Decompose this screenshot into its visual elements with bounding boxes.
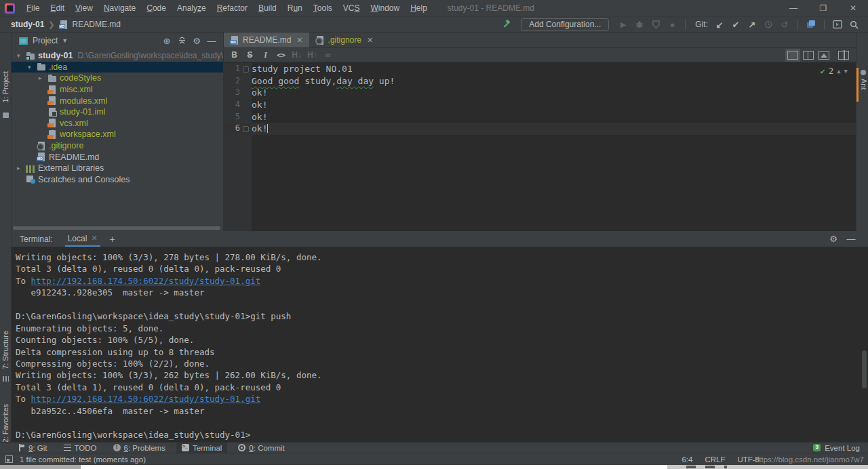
caret-position[interactable]: 6:4: [682, 455, 692, 464]
menu-item-file[interactable]: File: [21, 2, 45, 14]
toolwindow-toggle-icon[interactable]: [5, 455, 13, 463]
toolwindow-button-todo[interactable]: TODO: [58, 443, 102, 453]
restore-icon[interactable]: ❐: [808, 0, 838, 16]
menu-item-tools[interactable]: Tools: [308, 2, 338, 14]
menu-item-run[interactable]: Run: [282, 2, 308, 14]
locate-file-icon[interactable]: ⊕: [159, 36, 174, 46]
fold-marker-icon[interactable]: [240, 63, 252, 75]
menu-item-view[interactable]: View: [70, 2, 98, 14]
git-commit-icon[interactable]: ✔: [728, 18, 743, 31]
chevron-down-icon[interactable]: ▼: [62, 37, 68, 44]
terminal-tab-local[interactable]: Local ✕: [65, 231, 100, 247]
tree-chevron-icon[interactable]: ▸: [17, 165, 26, 171]
debug-bug-icon[interactable]: [632, 18, 647, 31]
tree-row[interactable]: vcs.xml: [12, 118, 223, 129]
header-down-button[interactable]: H↓: [289, 49, 304, 62]
italic-button[interactable]: I: [258, 49, 273, 62]
run-icon[interactable]: ▶: [616, 18, 631, 31]
terminal-output[interactable]: Writing objects: 100% (3/3), 278 bytes |…: [12, 247, 868, 442]
toolwindow-button-git[interactable]: 9: Git: [12, 443, 53, 453]
tree-chevron-icon[interactable]: ▾: [28, 64, 37, 70]
tree-row[interactable]: modules.xml: [12, 95, 223, 106]
tree-row[interactable]: ▾.idea: [12, 62, 223, 73]
tree-chevron-icon[interactable]: ▸: [39, 75, 47, 81]
fold-marker-icon[interactable]: [240, 123, 252, 135]
minimize-icon[interactable]: —: [778, 0, 808, 16]
tree-row[interactable]: workspace.xml: [12, 129, 223, 140]
terminal-link[interactable]: http://192.168.174.50:6022/study/study-0…: [31, 394, 261, 404]
menu-item-refactor[interactable]: Refactor: [212, 2, 253, 14]
git-history-clock-icon[interactable]: [761, 18, 776, 31]
run-with-coverage-icon[interactable]: [648, 18, 663, 31]
menu-item-window[interactable]: Window: [365, 2, 405, 14]
close-icon[interactable]: ✕: [838, 0, 868, 16]
tree-row[interactable]: ▾study-01D:\GarenGosling\workspace\idea_…: [12, 50, 223, 62]
vertical-scrollbar[interactable]: [862, 350, 867, 388]
editor-line[interactable]: 4ok!: [224, 99, 856, 111]
tree-row[interactable]: ▸codeStyles: [12, 73, 223, 84]
code-button[interactable]: <>: [273, 49, 289, 62]
collapse-all-icon[interactable]: [174, 36, 189, 46]
git-push-icon[interactable]: ↗: [745, 18, 760, 31]
status-message[interactable]: 1 file committed: test (moments ago): [20, 455, 146, 464]
tree-row[interactable]: ▸External Libraries: [12, 163, 223, 174]
tree-row[interactable]: misc.xml: [12, 84, 223, 96]
breadcrumb-file[interactable]: README.md: [73, 20, 121, 29]
toolwindow-button-commit[interactable]: 0: Commit: [233, 443, 290, 453]
menu-item-edit[interactable]: Edit: [45, 2, 70, 14]
menu-item-analyze[interactable]: Analyze: [172, 2, 212, 14]
project-structure-widget-icon[interactable]: [804, 18, 818, 31]
menu-item-build[interactable]: Build: [253, 2, 282, 14]
tree-row[interactable]: study-01.iml: [12, 106, 223, 118]
editor-line[interactable]: 2Good good study,day day up!: [224, 75, 856, 87]
git-rollback-icon[interactable]: ↺: [777, 18, 792, 31]
prev-problem-icon[interactable]: ▲: [837, 68, 840, 75]
breadcrumb-project[interactable]: study-01: [11, 20, 44, 29]
editor-tab-README.md[interactable]: README.md✕: [224, 33, 309, 47]
new-session-plus-icon[interactable]: +: [110, 234, 115, 245]
horizontal-scrollbar[interactable]: [13, 226, 220, 230]
tool-button-structure[interactable]: 7: Structure: [1, 331, 9, 369]
bold-button[interactable]: B: [226, 49, 242, 62]
close-icon[interactable]: ✕: [367, 36, 373, 45]
strikethrough-button[interactable]: S: [242, 49, 258, 62]
tool-button-project[interactable]: 1: Project: [1, 71, 9, 102]
tree-row[interactable]: Scratches and Consoles: [12, 174, 223, 186]
next-problem-icon[interactable]: ▼: [844, 68, 848, 75]
editor-line[interactable]: 5ok!: [224, 111, 856, 123]
git-update-icon[interactable]: ↙: [712, 18, 727, 31]
menu-item-vcs[interactable]: VCS: [338, 2, 366, 14]
editor-line[interactable]: 3ok!: [224, 87, 856, 99]
toolwindow-button-problems[interactable]: 6: Problems: [108, 443, 171, 453]
editor-only-view-icon[interactable]: [787, 51, 798, 60]
gear-icon[interactable]: ⚙: [189, 36, 204, 46]
header-up-button[interactable]: H↑: [304, 49, 320, 62]
menu-item-code[interactable]: Code: [141, 2, 172, 14]
link-button[interactable]: ∞: [320, 49, 336, 62]
run-anything-icon[interactable]: [830, 18, 845, 31]
preview-only-view-icon[interactable]: [818, 51, 829, 60]
detach-preview-icon[interactable]: [838, 51, 849, 60]
tool-button-favorites[interactable]: 2: Favorites: [1, 404, 9, 443]
editor-content[interactable]: 1study project NO.012Good good study,day…: [224, 63, 856, 231]
editor-line[interactable]: 6ok!: [224, 123, 856, 135]
close-icon[interactable]: ✕: [91, 234, 97, 243]
hide-panel-icon[interactable]: —: [204, 36, 219, 46]
editor-tab-gitignore[interactable]: .gitignore✕: [309, 33, 380, 47]
tree-row[interactable]: README.md: [12, 151, 223, 163]
menu-item-help[interactable]: Help: [405, 2, 433, 14]
hide-terminal-icon[interactable]: —: [844, 234, 859, 244]
editor-line[interactable]: 1study project NO.01: [224, 63, 856, 75]
terminal-settings-gear-icon[interactable]: ⚙: [826, 234, 841, 244]
build-hammer-icon[interactable]: [499, 18, 514, 31]
toolwindow-button-terminal[interactable]: Terminal: [176, 443, 227, 453]
terminal-link[interactable]: http://192.168.174.50:6022/study/study-0…: [31, 276, 261, 286]
editor-and-preview-view-icon[interactable]: [803, 51, 814, 60]
search-everywhere-icon[interactable]: [846, 18, 861, 31]
event-log-button[interactable]: Event Log: [825, 444, 860, 452]
stop-icon[interactable]: ■: [665, 18, 679, 31]
tool-button-ant[interactable]: Ant: [860, 79, 868, 90]
close-icon[interactable]: ✕: [296, 36, 302, 45]
line-separator[interactable]: CRLF: [705, 455, 725, 464]
tree-row[interactable]: .gitignore: [12, 140, 223, 152]
